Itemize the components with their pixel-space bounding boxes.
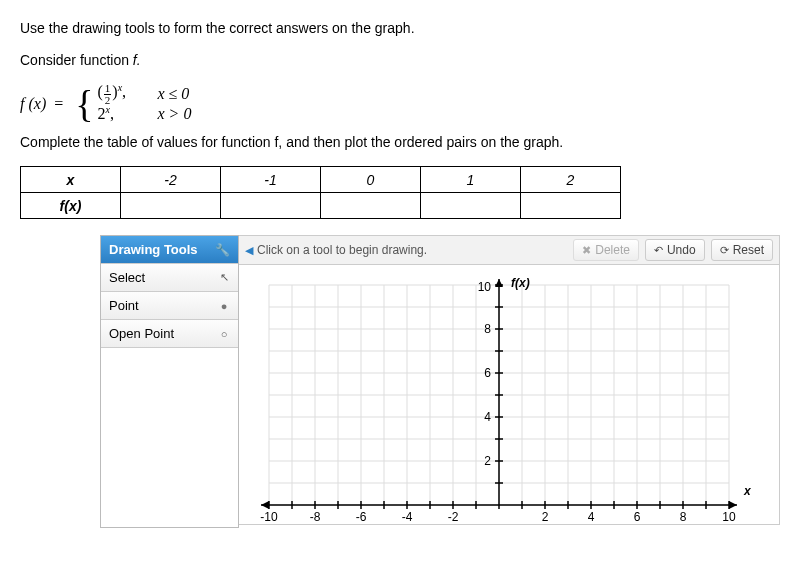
xtick: -8 xyxy=(310,510,321,524)
table-row-fx: f(x) xyxy=(21,193,621,219)
ytick: 4 xyxy=(484,410,491,424)
paren-open: ( xyxy=(97,84,102,101)
piece1-expr: (12)x, xyxy=(97,82,157,105)
instruction-complete: Complete the table of values for functio… xyxy=(20,134,780,150)
undo-icon: ↶ xyxy=(654,244,663,257)
tool-panel-header: Drawing Tools 🔧 xyxy=(101,236,238,263)
xtick: 8 xyxy=(680,510,687,524)
xtick: 2 xyxy=(542,510,549,524)
instruction-consider: Consider function f. xyxy=(20,52,780,68)
tool-point[interactable]: Point ● xyxy=(101,291,238,319)
ytick: 6 xyxy=(484,366,491,380)
xtick: -10 xyxy=(260,510,278,524)
xtick: -6 xyxy=(356,510,367,524)
x-cell: -1 xyxy=(221,167,321,193)
ytick: 2 xyxy=(484,454,491,468)
svg-marker-35 xyxy=(261,501,269,509)
canvas-hint: ◀ Click on a tool to begin drawing. xyxy=(245,243,567,257)
piece1-cond: x ≤ 0 xyxy=(157,85,189,103)
fx-cell[interactable] xyxy=(321,193,421,219)
fx-cell[interactable] xyxy=(521,193,621,219)
drawing-area: Drawing Tools 🔧 Select ↖ Point ● Open Po… xyxy=(100,235,780,528)
piece2-expr: 2x, xyxy=(97,104,157,123)
coordinate-plane: -10 -8 -6 -4 -2 2 4 6 8 10 2 4 6 8 10 xyxy=(249,275,769,525)
wrench-icon: 🔧 xyxy=(215,243,230,257)
delete-label: Delete xyxy=(595,243,630,257)
reset-button[interactable]: ⟳ Reset xyxy=(711,239,773,261)
fx-cell[interactable] xyxy=(421,193,521,219)
tool-label: Open Point xyxy=(109,326,174,341)
x-cell: 1 xyxy=(421,167,521,193)
tool-panel-blank xyxy=(101,347,238,527)
xtick: -2 xyxy=(448,510,459,524)
delete-button[interactable]: ✖ Delete xyxy=(573,239,639,261)
piece2-cond: x > 0 xyxy=(157,105,191,123)
point-icon: ● xyxy=(218,300,230,312)
arrow-left-icon: ◀ xyxy=(245,244,253,257)
tool-label: Point xyxy=(109,298,139,313)
table-row-x: x -2 -1 0 1 2 xyxy=(21,167,621,193)
undo-button[interactable]: ↶ Undo xyxy=(645,239,705,261)
consider-prefix: Consider function xyxy=(20,52,133,68)
open-point-icon: ○ xyxy=(218,328,230,340)
tool-panel: Drawing Tools 🔧 Select ↖ Point ● Open Po… xyxy=(100,235,239,528)
xtick: -4 xyxy=(402,510,413,524)
reset-icon: ⟳ xyxy=(720,244,729,257)
comma-1: , xyxy=(122,84,126,101)
frac-num: 1 xyxy=(104,83,112,95)
ytick: 10 xyxy=(478,280,492,294)
tool-select[interactable]: Select ↖ xyxy=(101,263,238,291)
lhs: f (x) xyxy=(20,95,46,113)
cursor-icon: ↖ xyxy=(218,271,230,284)
brace-icon: { xyxy=(75,85,93,123)
fx-cell[interactable] xyxy=(221,193,321,219)
instruction-tools: Use the drawing tools to form the correc… xyxy=(20,20,780,36)
xtick: 10 xyxy=(722,510,736,524)
svg-marker-36 xyxy=(495,279,503,287)
comma-2: , xyxy=(110,106,114,123)
tool-panel-title: Drawing Tools xyxy=(109,242,198,257)
equals: = xyxy=(54,95,63,113)
svg-marker-34 xyxy=(729,501,737,509)
y-axis-label: f(x) xyxy=(511,276,530,290)
undo-label: Undo xyxy=(667,243,696,257)
fn-name: f. xyxy=(133,52,141,68)
tool-label: Select xyxy=(109,270,145,285)
x-cell: -2 xyxy=(121,167,221,193)
fraction-half: 12 xyxy=(104,83,112,106)
x-axis-label: x xyxy=(743,484,752,498)
ytick: 8 xyxy=(484,322,491,336)
canvas-side: ◀ Click on a tool to begin drawing. ✖ De… xyxy=(239,235,780,528)
piecewise-definition: f (x) = { (12)x, x ≤ 0 2x, x > 0 xyxy=(20,84,780,124)
header-fx: f(x) xyxy=(21,193,121,219)
reset-label: Reset xyxy=(733,243,764,257)
tool-open-point[interactable]: Open Point ○ xyxy=(101,319,238,347)
xtick: 4 xyxy=(588,510,595,524)
delete-icon: ✖ xyxy=(582,244,591,257)
value-table: x -2 -1 0 1 2 f(x) xyxy=(20,166,621,219)
hint-text: Click on a tool to begin drawing. xyxy=(257,243,427,257)
canvas-toolbar: ◀ Click on a tool to begin drawing. ✖ De… xyxy=(239,235,780,265)
fx-cell[interactable] xyxy=(121,193,221,219)
graph-canvas[interactable]: -10 -8 -6 -4 -2 2 4 6 8 10 2 4 6 8 10 xyxy=(239,265,780,525)
header-x: x xyxy=(21,167,121,193)
x-cell: 2 xyxy=(521,167,621,193)
xtick: 6 xyxy=(634,510,641,524)
x-cell: 0 xyxy=(321,167,421,193)
